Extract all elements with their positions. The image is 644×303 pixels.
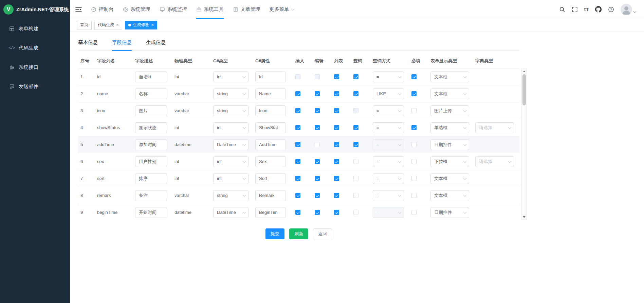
list-checkbox[interactable] [334,159,339,164]
close-icon[interactable]: × [116,23,119,27]
csharp-type-select[interactable]: DateTime [213,207,249,218]
list-checkbox[interactable] [334,125,339,130]
github-icon[interactable] [595,6,602,13]
insert-checkbox[interactable] [295,91,300,96]
column-description-input[interactable] [135,105,167,116]
required-checkbox[interactable] [411,74,417,79]
sidebar-toggle-icon[interactable] [75,7,82,12]
column-description-input[interactable] [135,190,167,201]
scrollbar-thumb[interactable] [522,74,526,105]
topnav-item-more-menu[interactable]: 更多菜单 [270,0,294,19]
list-checkbox[interactable] [334,74,339,79]
query-mode-select[interactable]: = [373,156,404,167]
refresh-button[interactable]: 刷新 [289,228,308,239]
insert-checkbox[interactable] [295,193,300,198]
submit-button[interactable]: 提交 [265,228,284,239]
query-mode-select[interactable]: = [373,173,404,184]
search-icon[interactable] [559,6,565,13]
required-checkbox[interactable] [411,108,417,113]
query-checkbox[interactable] [353,108,358,113]
dict-type-select[interactable]: 请选择 [475,156,514,167]
required-checkbox[interactable] [411,210,417,215]
display-type-select[interactable]: 文本框 [430,173,469,184]
font-size-icon[interactable]: tT [584,7,589,12]
dict-type-select[interactable]: 请选择 [475,122,514,133]
insert-checkbox[interactable] [295,108,300,113]
display-type-select[interactable]: 文本框 [430,88,469,99]
display-type-select[interactable]: 文本框 [430,190,469,201]
edit-checkbox[interactable] [315,108,320,113]
tag-code-generation[interactable]: 代码生成 × [94,21,122,29]
list-checkbox[interactable] [334,142,339,147]
csharp-type-select[interactable]: string [213,190,249,201]
csharp-type-select[interactable]: string [213,88,249,99]
display-type-select[interactable]: 文本框 [430,72,469,82]
display-type-select[interactable]: 下拉框 [430,156,469,167]
edit-checkbox[interactable] [315,210,320,215]
sidebar-item-send-email[interactable]: 发送邮件 [0,77,70,96]
topnav-item-console[interactable]: 控制台 [91,0,114,19]
sidebar-item-form-builder[interactable]: 表单构建 [0,19,70,38]
required-checkbox[interactable] [411,193,417,198]
tab-field-info[interactable]: 字段信息 [112,39,132,51]
required-checkbox[interactable] [411,159,417,164]
query-mode-select[interactable]: = [373,105,404,116]
csharp-property-input[interactable] [255,139,286,150]
column-description-input[interactable] [135,72,167,82]
csharp-type-select[interactable]: int [213,72,249,82]
list-checkbox[interactable] [334,91,339,96]
edit-checkbox[interactable] [315,91,320,96]
column-description-input[interactable] [135,122,167,133]
edit-checkbox[interactable] [315,176,320,181]
list-checkbox[interactable] [334,108,339,113]
scroll-down-button[interactable] [522,215,527,219]
query-mode-select[interactable]: LIKE [373,88,404,99]
csharp-property-input[interactable] [255,105,286,116]
edit-checkbox[interactable] [315,193,320,198]
edit-checkbox[interactable] [315,142,320,147]
column-description-input[interactable] [135,207,167,218]
query-checkbox[interactable] [353,210,358,215]
csharp-type-select[interactable]: int [213,122,249,133]
csharp-property-input[interactable] [255,156,286,167]
fullscreen-icon[interactable] [572,6,578,13]
user-avatar[interactable] [621,4,636,15]
query-checkbox[interactable] [353,159,358,164]
query-checkbox[interactable] [353,74,358,79]
edit-checkbox[interactable] [315,125,320,130]
query-mode-select[interactable]: = [373,190,404,201]
csharp-property-input[interactable] [255,173,286,184]
csharp-type-select[interactable]: int [213,173,249,184]
tab-generation-info[interactable]: 生成信息 [146,39,166,51]
scroll-up-button[interactable] [522,69,527,74]
display-type-select[interactable]: 日期控件 [430,207,469,218]
insert-checkbox[interactable] [295,142,300,147]
csharp-property-input[interactable] [255,207,286,218]
help-icon[interactable]: ? [608,6,614,13]
query-mode-select[interactable]: = [373,139,404,150]
query-checkbox[interactable] [353,193,358,198]
required-checkbox[interactable] [411,125,417,130]
insert-checkbox[interactable] [295,176,300,181]
required-checkbox[interactable] [411,142,417,147]
column-description-input[interactable] [135,156,167,167]
column-description-input[interactable] [135,173,167,184]
csharp-property-input[interactable] [255,72,286,82]
back-button[interactable]: 返回 [313,228,332,239]
close-icon[interactable]: × [151,23,154,27]
sidebar-item-code-generation[interactable]: </> 代码生成 [0,38,70,58]
query-mode-select[interactable]: = [373,72,404,82]
query-checkbox[interactable] [353,142,358,147]
display-type-select[interactable]: 图片上传 [430,105,469,116]
query-checkbox[interactable] [353,125,358,130]
topnav-item-article-management[interactable]: 文章管理 [233,0,260,19]
edit-checkbox[interactable] [315,159,320,164]
insert-checkbox[interactable] [295,125,300,130]
list-checkbox[interactable] [334,193,339,198]
display-type-select[interactable]: 单选框 [430,122,469,133]
topnav-item-system-management[interactable]: 系统管理 [123,0,150,19]
sidebar-item-system-api[interactable]: 系统接口 [0,58,70,77]
topnav-item-system-monitor[interactable]: 系统监控 [160,0,187,19]
app-logo[interactable]: V ZrAdmin.NET-管理系统 [0,0,70,19]
csharp-property-input[interactable] [255,122,286,133]
